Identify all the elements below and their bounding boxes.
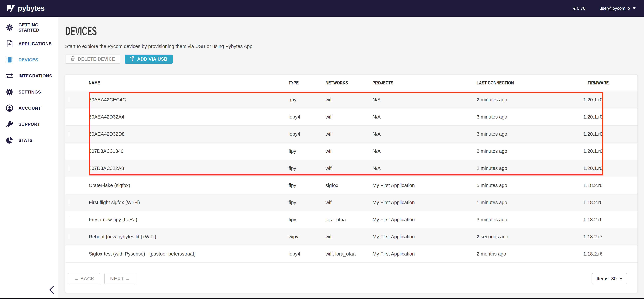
code-document-icon: </> [6, 40, 14, 48]
next-button[interactable]: NEXT → [104, 273, 136, 284]
device-firmware: 1.18.2.r6 [581, 251, 638, 257]
main-content: DEVICES Start to explore the Pycom devic… [58, 17, 644, 299]
chip-icon [6, 56, 14, 64]
device-name: Reboot [new pybytes lib] (WiFi) [89, 234, 288, 240]
device-networks: wifi [326, 200, 372, 205]
logo-text: pybytes [18, 4, 44, 12]
row-checkbox[interactable] [69, 216, 69, 222]
device-networks: wifi [326, 97, 372, 102]
sidebar: GETTING STARTED</>APPLICATIONSDEVICESINT… [0, 17, 58, 299]
table-row[interactable]: First flight sigfox (Wi-Fi)fipywifiMy Fi… [65, 194, 638, 211]
device-networks: lora_otaa [326, 217, 372, 222]
device-type: gpy [288, 97, 326, 102]
device-projects: N/A [372, 166, 476, 171]
table-row[interactable]: 30AEA42D32A4lopy4wifiN/A3 minutes ago1.2… [65, 108, 638, 126]
device-last-connection: 5 minutes ago [476, 183, 581, 188]
device-firmware: 1.20.1.r0 [581, 114, 638, 120]
row-checkbox[interactable] [69, 97, 69, 103]
device-name: 30AEA42CEC4C [89, 97, 288, 102]
row-checkbox[interactable] [69, 234, 69, 240]
device-name: Crater-lake (sigfox) [89, 183, 288, 188]
page-title: DEVICES [65, 25, 97, 37]
device-networks: wifi [326, 234, 372, 240]
account-balance: € 0.76 [573, 6, 586, 11]
sidebar-item-label: INTEGRATIONS [18, 73, 52, 78]
row-checkbox[interactable] [69, 148, 69, 154]
trash-icon [70, 56, 75, 62]
row-checkbox[interactable] [69, 251, 69, 257]
column-header-name: NAME [89, 80, 288, 86]
user-menu[interactable]: user@pycom.io [600, 6, 636, 11]
row-checkbox[interactable] [69, 114, 69, 120]
device-projects: N/A [372, 114, 476, 120]
sidebar-collapse-button[interactable] [47, 284, 56, 295]
sidebar-item-label: SUPPORT [18, 122, 40, 127]
device-last-connection: 2 minutes ago [476, 97, 581, 102]
table-header-row: NAMETYPENETWORKSPROJECTSLAST CONNECTIONF… [65, 74, 638, 91]
device-last-connection: 2 seconds ago [476, 234, 581, 240]
device-projects: N/A [372, 97, 476, 102]
table-row[interactable]: Reboot [new pybytes lib] (WiFi)wipywifiM… [65, 228, 638, 246]
user-icon [6, 104, 14, 112]
device-projects: My First Application [372, 234, 476, 240]
topbar: pybytes € 0.76 user@pycom.io [0, 0, 644, 17]
column-header-type: TYPE [288, 80, 326, 86]
table-row[interactable]: 30AEA42CEC4CgpywifiN/A2 minutes ago1.20.… [65, 91, 638, 108]
sidebar-nav: GETTING STARTED</>APPLICATIONSDEVICESINT… [0, 17, 58, 148]
device-name: 30AEA42D32A4 [89, 114, 288, 120]
device-name: First flight sigfox (Wi-Fi) [89, 200, 288, 205]
window-bottom-edge [0, 298, 644, 299]
sidebar-item-label: STATS [18, 138, 32, 143]
device-type: fipy [288, 217, 326, 222]
device-type: fipy [288, 183, 326, 188]
table-row[interactable]: Crater-lake (sigfox)fipysigfoxMy First A… [65, 177, 638, 194]
device-last-connection: 3 minutes ago [476, 217, 581, 222]
items-per-page-label: Items: 30 [597, 276, 617, 282]
sidebar-item-devices[interactable]: DEVICES [0, 52, 58, 68]
device-firmware: 1.20.1.r0 [581, 131, 638, 137]
device-last-connection: 2 minutes ago [476, 166, 581, 171]
device-type: fipy [288, 148, 326, 154]
table-row[interactable]: 807D3AC31340fipywifiN/A2 minutes ago1.20… [65, 143, 638, 160]
wrench-icon [6, 120, 14, 128]
device-last-connection: 3 minutes ago [476, 114, 581, 120]
add-via-usb-label: ADD VIA USB [137, 56, 168, 62]
pagination: ← BACK NEXT → Items: 30 [68, 273, 627, 284]
sun-icon [6, 24, 14, 32]
sidebar-item-settings[interactable]: SETTINGS [0, 84, 58, 100]
table-row[interactable]: Sigfox-test (with Pysense) - [pastoor pe… [65, 246, 638, 262]
device-firmware: 1.18.2.r6 [581, 200, 638, 205]
row-checkbox[interactable] [69, 165, 69, 171]
device-last-connection: 2 months ago [476, 251, 581, 257]
sidebar-item-applications[interactable]: </>APPLICATIONS [0, 36, 58, 52]
row-checkbox[interactable] [69, 182, 69, 188]
device-projects: My First Application [372, 217, 476, 222]
table-row[interactable]: 807D3AC322A8fipywifiN/A2 minutes ago1.20… [65, 160, 638, 177]
sidebar-item-integrations[interactable]: INTEGRATIONS [0, 68, 58, 84]
sidebar-item-account[interactable]: ACCOUNT [0, 100, 58, 116]
items-per-page-select[interactable]: Items: 30 [592, 273, 627, 284]
device-type: wipy [288, 234, 326, 240]
devices-table-card: NAMETYPENETWORKSPROJECTSLAST CONNECTIONF… [65, 74, 638, 293]
delete-device-label: DELETE DEVICE [78, 56, 115, 62]
sidebar-item-getting-started[interactable]: GETTING STARTED [0, 20, 58, 36]
sidebar-item-support[interactable]: SUPPORT [0, 116, 58, 132]
delete-device-button[interactable]: DELETE DEVICE [65, 54, 120, 64]
device-type: lopy4 [288, 131, 326, 137]
chevron-left-icon [48, 286, 54, 294]
chevron-down-icon [619, 278, 622, 280]
sidebar-item-stats[interactable]: STATS [0, 132, 58, 148]
add-via-usb-button[interactable]: ADD VIA USB [125, 54, 173, 64]
row-checkbox[interactable] [69, 131, 69, 137]
device-type: fipy [288, 166, 326, 171]
table-row[interactable]: 30AEA42D32D8lopy4wifiN/A3 minutes ago1.2… [65, 126, 638, 143]
user-email: user@pycom.io [600, 6, 630, 11]
back-button[interactable]: ← BACK [68, 273, 100, 284]
table-row[interactable]: Fresh-new-fipy (LoRa)fipylora_otaaMy Fir… [65, 211, 638, 228]
column-header-networks: NETWORKS [326, 80, 372, 86]
select-all-checkbox[interactable] [69, 81, 69, 84]
pybytes-logo[interactable]: pybytes [6, 4, 44, 12]
row-checkbox[interactable] [69, 200, 69, 206]
gear-icon [6, 88, 14, 96]
usb-icon [130, 56, 134, 63]
